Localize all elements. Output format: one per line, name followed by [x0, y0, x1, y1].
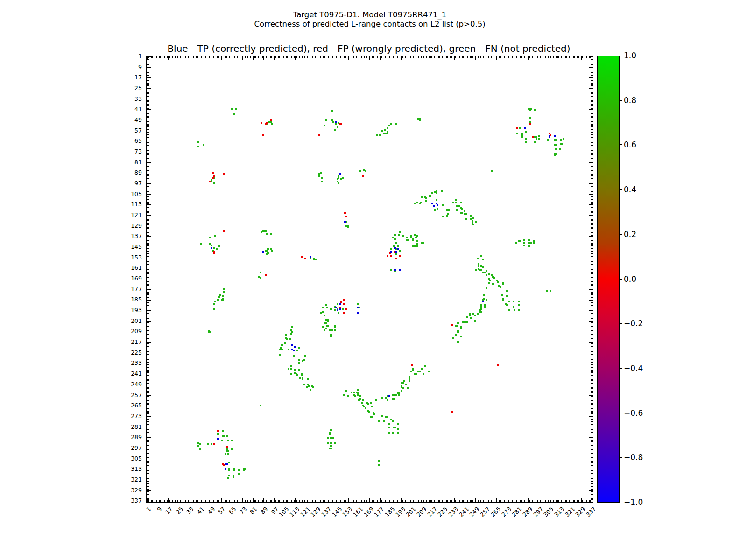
contact-point-tp — [262, 251, 264, 253]
contact-point-fn — [555, 144, 557, 146]
colorbar-tick-label: 0.2 — [624, 230, 636, 239]
contact-point-fn — [414, 234, 416, 236]
contact-point-fn — [488, 282, 490, 284]
contact-point-fn — [197, 445, 199, 447]
contact-point-fn — [260, 272, 261, 273]
y-tick-label: 73 — [107, 148, 142, 155]
contact-point-fn — [534, 109, 536, 111]
contact-point-fn — [533, 242, 535, 244]
contact-point-fn — [484, 306, 486, 308]
y-tick-label: 81 — [107, 159, 142, 166]
colorbar-tick-mark — [620, 368, 622, 369]
contact-point-fn — [330, 308, 332, 310]
contact-point-tp — [211, 247, 212, 249]
contact-point-fn — [325, 119, 327, 121]
contact-point-fn — [260, 405, 261, 406]
contact-point-fn — [474, 315, 476, 316]
contact-point-fn — [452, 202, 454, 203]
y-tick-label: 297 — [107, 444, 142, 451]
colorbar-tick-label: 1.0 — [624, 51, 636, 60]
contact-point-fn — [327, 442, 329, 444]
contact-point-fn — [218, 296, 220, 298]
contact-point-fn — [376, 134, 378, 136]
contact-point-tp — [397, 248, 399, 250]
contact-point-fn — [209, 331, 211, 333]
contact-point-fn — [414, 245, 416, 247]
y-tick-label: 129 — [107, 222, 142, 229]
contact-point-fn — [516, 133, 518, 134]
colorbar-tick-label: −1.0 — [624, 497, 643, 507]
contact-point-fn — [392, 237, 394, 238]
contact-point-fn — [298, 347, 300, 349]
y-tick-label: 153 — [107, 254, 142, 261]
contact-point-fn — [207, 443, 209, 445]
contact-point-fn — [320, 312, 322, 314]
contact-point-fn — [466, 316, 468, 318]
contact-point-tp — [310, 256, 311, 258]
contact-point-fn — [218, 245, 220, 247]
contact-point-fn — [337, 303, 338, 305]
contact-point-fn — [455, 334, 457, 336]
contact-point-fn — [301, 374, 303, 376]
contact-point-fn — [390, 269, 392, 271]
contact-point-fn — [222, 430, 224, 432]
contact-point-fn — [523, 245, 525, 246]
y-tick-label: 49 — [107, 116, 142, 123]
contact-point-fn — [534, 141, 536, 143]
x-tick-label: 313 — [553, 505, 565, 518]
contact-point-fn — [412, 239, 414, 241]
contact-point-fn — [497, 281, 499, 283]
contact-point-fn — [478, 265, 479, 267]
contact-point-fp — [301, 256, 303, 258]
contact-point-fn — [233, 113, 235, 115]
contact-point-fn — [223, 291, 225, 293]
contact-point-fp — [261, 122, 262, 124]
contact-point-fn — [325, 319, 327, 321]
contact-point-fn — [279, 354, 281, 356]
contact-point-fn — [334, 129, 336, 131]
contact-point-fn — [465, 218, 467, 220]
contact-point-fn — [419, 371, 421, 372]
contact-point-fn — [383, 133, 385, 134]
contact-point-fn — [475, 221, 477, 223]
contact-point-tp — [554, 135, 556, 137]
contact-point-fn — [394, 427, 396, 428]
contact-point-fn — [470, 215, 472, 217]
contact-point-fn — [223, 288, 225, 290]
contact-point-tp — [294, 346, 296, 348]
contact-point-fn — [238, 469, 240, 471]
contact-point-fn — [330, 336, 332, 337]
contact-point-fn — [390, 248, 392, 250]
contact-point-fn — [345, 390, 347, 392]
contact-point-tp — [337, 309, 338, 311]
contact-point-fn — [288, 368, 289, 370]
contact-point-fn — [384, 129, 386, 131]
contact-point-fn — [271, 250, 273, 252]
x-tick-label: 17 — [164, 505, 174, 516]
contact-point-fn — [480, 311, 482, 313]
y-tick-label: 233 — [107, 359, 142, 366]
contact-point-fp — [270, 119, 272, 121]
contact-point-fn — [484, 272, 486, 273]
contact-point-fn — [423, 373, 424, 375]
contact-point-fn — [375, 399, 377, 401]
contact-point-fn — [378, 460, 380, 462]
contact-point-fn — [337, 178, 338, 180]
contact-point-fn — [456, 325, 458, 327]
y-tick-label: 1 — [107, 53, 142, 60]
contact-point-fn — [402, 235, 404, 237]
contact-point-fn — [365, 170, 366, 172]
contact-point-fn — [518, 304, 520, 306]
contact-point-fn — [227, 477, 229, 479]
y-tick-label: 209 — [107, 328, 142, 335]
contact-point-fn — [470, 317, 472, 319]
contact-point-fn — [318, 175, 320, 177]
contact-point-fp — [344, 212, 346, 214]
contact-point-fn — [550, 290, 551, 292]
contact-point-fn — [334, 329, 336, 331]
contact-point-fn — [281, 349, 283, 350]
contact-point-fn — [415, 373, 417, 375]
contact-point-fn — [290, 365, 292, 367]
contact-point-fn — [270, 233, 272, 235]
contact-point-fn — [448, 209, 450, 211]
